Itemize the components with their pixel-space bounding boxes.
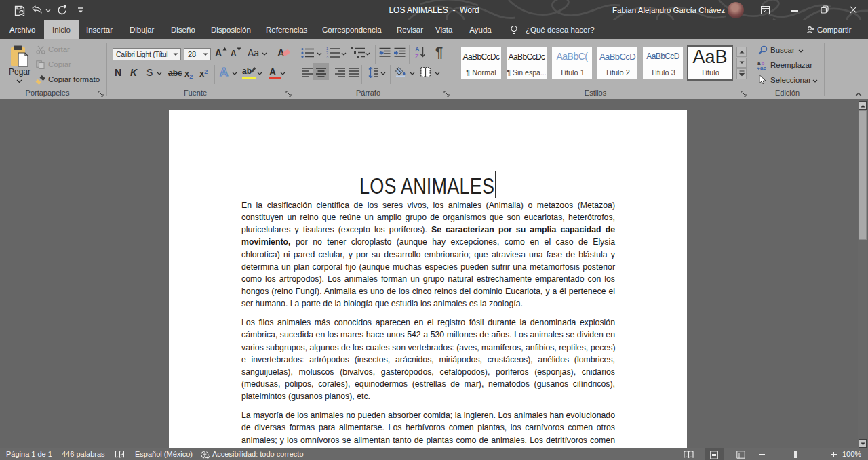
svg-text:ac: ac <box>760 65 766 70</box>
svg-text:3: 3 <box>326 55 328 58</box>
svg-text:A: A <box>415 46 420 53</box>
svg-text:Z: Z <box>415 53 419 59</box>
